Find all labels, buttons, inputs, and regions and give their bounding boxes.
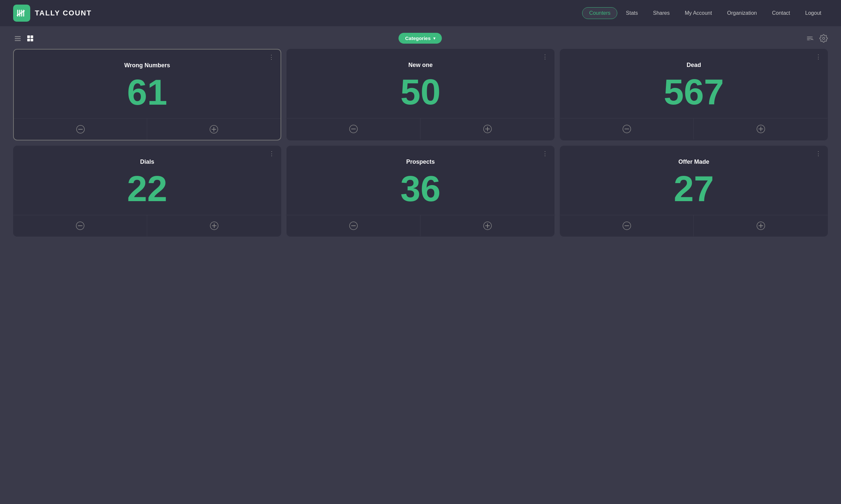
card-actions bbox=[14, 215, 281, 236]
card-menu-button[interactable]: ⋮ bbox=[541, 150, 550, 157]
decrement-button[interactable] bbox=[560, 119, 694, 140]
counter-card-dials: ⋮ Dials 22 bbox=[13, 146, 281, 237]
view-toggles bbox=[13, 34, 35, 43]
nav-my-account[interactable]: My Account bbox=[679, 7, 719, 19]
nav-logout[interactable]: Logout bbox=[799, 7, 828, 19]
categories-label: Categories bbox=[405, 35, 431, 41]
nav-shares[interactable]: Shares bbox=[647, 7, 676, 19]
card-count: 36 bbox=[287, 165, 554, 215]
sort-icon[interactable] bbox=[806, 34, 814, 43]
svg-rect-5 bbox=[15, 36, 21, 37]
card-menu-button[interactable]: ⋮ bbox=[541, 53, 550, 60]
logo-area: TALLY COUNT bbox=[13, 5, 92, 22]
card-menu-button[interactable]: ⋮ bbox=[267, 53, 276, 61]
toolbar-right bbox=[806, 34, 828, 43]
card-actions bbox=[287, 118, 554, 140]
categories-button[interactable]: Categories ▾ bbox=[398, 33, 442, 43]
card-header: ⋮ bbox=[14, 146, 281, 157]
card-header: ⋮ bbox=[14, 50, 280, 61]
card-title: Offer Made bbox=[560, 157, 827, 165]
svg-rect-8 bbox=[27, 35, 30, 38]
card-header: ⋮ bbox=[560, 146, 827, 157]
svg-rect-6 bbox=[15, 38, 21, 39]
card-count: 27 bbox=[560, 165, 827, 215]
nav-contact[interactable]: Contact bbox=[766, 7, 797, 19]
increment-button[interactable] bbox=[147, 215, 281, 236]
nav-links: Counters Stats Shares My Account Organiz… bbox=[582, 7, 828, 19]
card-header: ⋮ bbox=[287, 49, 554, 60]
list-view-button[interactable] bbox=[13, 34, 22, 43]
card-title: Wrong Numbers bbox=[14, 61, 280, 69]
svg-rect-10 bbox=[27, 39, 30, 41]
counter-card-wrong-numbers: ⋮ Wrong Numbers 61 bbox=[13, 49, 281, 141]
nav-organization[interactable]: Organization bbox=[720, 7, 763, 19]
nav-stats[interactable]: Stats bbox=[619, 7, 644, 19]
svg-point-15 bbox=[823, 37, 825, 39]
card-actions bbox=[560, 118, 827, 140]
card-menu-button[interactable]: ⋮ bbox=[268, 150, 276, 157]
brand-name: TALLY COUNT bbox=[35, 9, 92, 17]
card-actions bbox=[560, 215, 827, 236]
card-title: Dead bbox=[560, 60, 827, 69]
svg-rect-7 bbox=[15, 40, 21, 41]
counter-card-prospects: ⋮ Prospects 36 bbox=[287, 146, 554, 237]
card-title: Prospects bbox=[287, 157, 554, 165]
card-title: Dials bbox=[14, 157, 281, 165]
card-menu-button[interactable]: ⋮ bbox=[814, 53, 823, 60]
card-title: New one bbox=[287, 60, 554, 69]
increment-button[interactable] bbox=[420, 215, 554, 236]
logo-icon bbox=[13, 5, 30, 22]
increment-button[interactable] bbox=[694, 119, 827, 140]
card-header: ⋮ bbox=[287, 146, 554, 157]
toolbar: Categories ▾ bbox=[0, 26, 841, 49]
card-header: ⋮ bbox=[560, 49, 827, 60]
decrement-button[interactable] bbox=[560, 215, 694, 236]
decrement-button[interactable] bbox=[14, 119, 147, 140]
increment-button[interactable] bbox=[420, 119, 554, 140]
card-menu-button[interactable]: ⋮ bbox=[814, 150, 823, 157]
counters-grid: ⋮ Wrong Numbers 61 bbox=[0, 49, 841, 250]
card-count: 50 bbox=[287, 69, 554, 118]
svg-rect-9 bbox=[31, 35, 33, 38]
card-count: 61 bbox=[14, 69, 280, 119]
increment-button[interactable] bbox=[147, 119, 280, 140]
card-count: 22 bbox=[14, 165, 281, 215]
grid-view-button[interactable] bbox=[25, 34, 35, 43]
navbar: TALLY COUNT Counters Stats Shares My Acc… bbox=[0, 0, 841, 26]
counter-card-offer-made: ⋮ Offer Made 27 bbox=[560, 146, 828, 237]
decrement-button[interactable] bbox=[287, 215, 420, 236]
card-count: 567 bbox=[560, 69, 827, 118]
counter-card-dead: ⋮ Dead 567 bbox=[560, 49, 828, 141]
increment-button[interactable] bbox=[694, 215, 827, 236]
nav-counters[interactable]: Counters bbox=[582, 7, 617, 19]
decrement-button[interactable] bbox=[287, 119, 420, 140]
counter-card-new-one: ⋮ New one 50 bbox=[287, 49, 554, 141]
card-actions bbox=[14, 119, 280, 140]
decrement-button[interactable] bbox=[14, 215, 147, 236]
chevron-down-icon: ▾ bbox=[433, 36, 435, 41]
svg-rect-11 bbox=[31, 39, 33, 41]
card-actions bbox=[287, 215, 554, 236]
settings-icon[interactable] bbox=[819, 34, 828, 43]
